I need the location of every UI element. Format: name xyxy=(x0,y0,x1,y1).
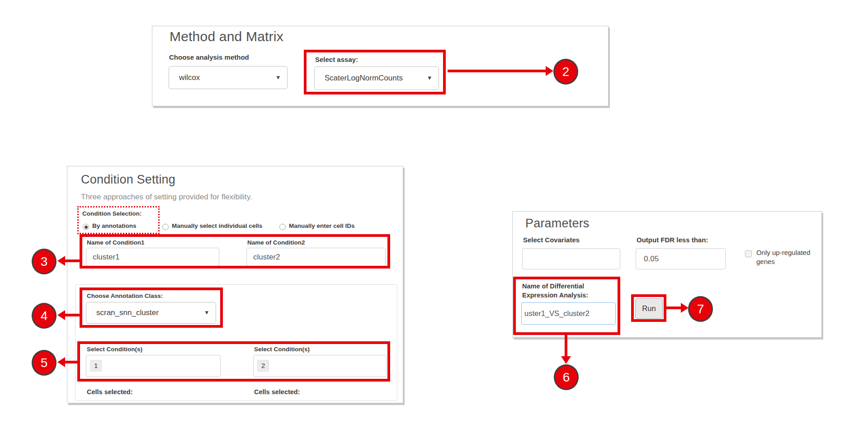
cells-selected2-label: Cells selected: xyxy=(254,388,300,396)
select-conditions1-label: Select Condition(s) xyxy=(87,346,142,353)
caret-down-icon: ▾ xyxy=(205,308,208,316)
condition-selection-label: Condition Selection: xyxy=(82,210,142,217)
only-upregulated-checkbox[interactable] xyxy=(745,250,752,257)
radio-by-annotations[interactable] xyxy=(83,224,89,230)
step6-arrow-line xyxy=(565,335,567,357)
only-upregulated-label[interactable]: Only up-regulated genes xyxy=(756,248,822,266)
annotation-class-select[interactable]: scran_snn_cluster ▾ xyxy=(86,302,216,324)
fdr-input[interactable] xyxy=(636,248,726,269)
select-conditions1-input[interactable] xyxy=(86,355,221,377)
method-panel-title: Method and Matrix xyxy=(170,29,283,44)
annotation-class-value: scran_snn_cluster xyxy=(96,308,159,317)
condition-panel-subtitle: Three approaches of setting provided for… xyxy=(81,193,252,202)
select-assay-label: Select assay: xyxy=(315,56,358,63)
condition-panel-title: Condition Setting xyxy=(81,173,175,187)
select-covariates-input[interactable] xyxy=(522,248,620,269)
select-assay-value: ScaterLogNormCounts xyxy=(325,74,403,83)
analysis-method-select[interactable]: wilcox ▾ xyxy=(169,66,288,89)
condition2-name-input[interactable] xyxy=(246,248,386,266)
radio-manually-select-cells[interactable] xyxy=(162,224,169,230)
condition1-tag[interactable]: 1 xyxy=(90,360,102,372)
caret-down-icon: ▾ xyxy=(428,74,431,82)
de-name-label: Name of Differential Expression Analysis… xyxy=(522,282,594,300)
analysis-method-label: Choose analysis method xyxy=(169,53,249,61)
step4-arrowhead-icon xyxy=(57,310,65,320)
condition2-name-label: Name of Condition2 xyxy=(247,239,305,246)
step6-arrowhead-icon xyxy=(561,356,571,364)
step5-arrowhead-icon xyxy=(57,357,65,367)
step6-badge: 6 xyxy=(554,364,579,390)
condition1-name-label: Name of Condition1 xyxy=(87,239,145,246)
radio-by-annotations-label[interactable]: By annotations xyxy=(92,222,137,229)
step5-badge: 5 xyxy=(32,350,57,376)
select-conditions2-label: Select Condition(s) xyxy=(254,346,310,353)
step3-badge: 3 xyxy=(32,249,57,274)
cells-selected1-label: Cells selected: xyxy=(87,388,133,396)
method-and-matrix-panel: Method and Matrix Choose analysis method… xyxy=(152,26,609,106)
step3-arrowhead-icon xyxy=(57,256,65,266)
parameters-panel: Parameters Select Covariates Output FDR … xyxy=(512,211,822,338)
annotation-class-label: Choose Annotation Class: xyxy=(87,292,163,299)
radio-manually-enter-ids-label[interactable]: Manually enter cell IDs xyxy=(289,222,355,229)
analysis-method-value: wilcox xyxy=(179,73,200,82)
select-covariates-label: Select Covariates xyxy=(523,236,580,244)
de-name-input[interactable] xyxy=(521,302,616,325)
step4-badge: 4 xyxy=(32,303,57,329)
caret-down-icon: ▾ xyxy=(276,73,280,81)
select-assay-select[interactable]: ScaterLogNormCounts ▾ xyxy=(314,66,439,90)
radio-manually-select-cells-label[interactable]: Manually select individual cells xyxy=(172,222,262,229)
condition1-name-input[interactable] xyxy=(86,248,219,266)
fdr-label: Output FDR less than: xyxy=(637,236,708,244)
select-conditions2-input[interactable] xyxy=(253,355,387,377)
condition-setting-panel: Condition Setting Three approaches of se… xyxy=(67,166,403,403)
run-button[interactable]: Run xyxy=(635,298,663,319)
parameters-panel-title: Parameters xyxy=(525,217,590,231)
condition2-tag[interactable]: 2 xyxy=(257,360,269,372)
radio-manually-enter-ids[interactable] xyxy=(279,224,286,230)
